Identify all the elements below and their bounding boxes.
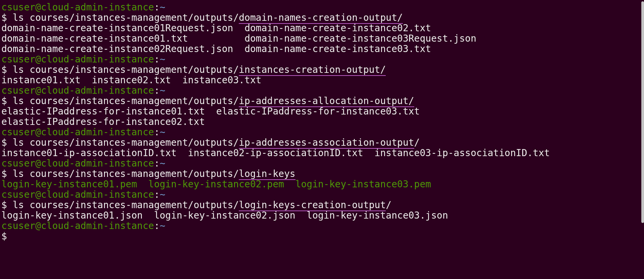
output-text: domain-name-create-instance02Request.jso… [1, 43, 245, 54]
prompt-user: csuser [1, 158, 35, 169]
prompt-host: cloud-admin-instance [41, 189, 154, 200]
prompt-line-empty: $ [0, 231, 644, 241]
prompt-at: @ [35, 2, 41, 13]
prompt-at: @ [35, 54, 41, 65]
output-line: domain-name-create-instance01Request.jso… [0, 23, 644, 33]
command-line: $ ls courses/instances-management/output… [0, 200, 644, 210]
prompt-at: @ [35, 189, 41, 200]
prompt-host: cloud-admin-instance [41, 85, 154, 96]
command-prefix: ls courses/instances-management/outputs/ [13, 95, 239, 106]
command-prefix: ls courses/instances-management/outputs/ [13, 12, 239, 23]
command-prefix: ls courses/instances-management/outputs/ [13, 64, 239, 75]
prompt-host: cloud-admin-instance [41, 54, 154, 65]
output-text: domain-name-create-instance01Request.jso… [1, 22, 245, 34]
command-argument: ip-addresses-allocation-output/ [239, 95, 414, 107]
terminal-content: csuser@cloud-admin-instance:~$ ls course… [0, 2, 644, 241]
output-line: domain-name-create-instance01.txt domain… [0, 33, 644, 44]
output-line: login-key-instance01.pem login-key-insta… [0, 179, 644, 189]
output-line: domain-name-create-instance02Request.jso… [0, 44, 644, 54]
output-text: login-key-instance01.pem login-key-insta… [1, 179, 431, 190]
prompt-host: cloud-admin-instance [41, 158, 154, 169]
prompt-colon: : [154, 220, 160, 231]
output-text: domain-name-create-instance01.txt [1, 33, 245, 44]
prompt-user: csuser [1, 2, 35, 13]
command-argument: instances-creation-output/ [239, 64, 386, 76]
prompt-at: @ [35, 85, 41, 96]
output-text: instance01.txt instance02.txt instance03… [1, 75, 261, 86]
prompt-dollar: $ [1, 95, 13, 106]
prompt-line: csuser@cloud-admin-instance:~ [0, 127, 644, 137]
output-text: elastic-IPaddress-for-instance02.txt [1, 116, 205, 127]
prompt-host: cloud-admin-instance [41, 220, 154, 231]
prompt-user: csuser [1, 189, 35, 200]
command-argument: login-keys-creation-output [239, 199, 386, 211]
output-line: elastic-IPaddress-for-instance01.txt ela… [0, 106, 644, 117]
output-line: instance01-ip-associationID.txt instance… [0, 148, 644, 158]
output-line: instance01.txt instance02.txt instance03… [0, 75, 644, 85]
command-prefix: ls courses/instances-management/outputs/ [13, 137, 239, 148]
prompt-line: csuser@cloud-admin-instance:~ [0, 85, 644, 96]
prompt-at: @ [35, 220, 41, 231]
prompt-user: csuser [1, 85, 35, 96]
output-text: domain-name-create-instance03Request.jso… [245, 33, 476, 44]
prompt-dollar: $ [1, 199, 13, 211]
prompt-dollar: $ [1, 64, 13, 75]
prompt-colon: : [154, 189, 160, 200]
prompt-colon: : [154, 85, 160, 96]
prompt-dollar: $ [1, 137, 13, 148]
command-line: $ ls courses/instances-management/output… [0, 64, 644, 75]
command-argument: domain-names-creation-output/ [239, 12, 403, 24]
prompt-path: ~ [160, 2, 165, 13]
prompt-colon: : [154, 158, 160, 169]
prompt-at: @ [35, 158, 41, 169]
prompt-line: csuser@cloud-admin-instance:~ [0, 221, 644, 231]
prompt-user: csuser [1, 220, 35, 231]
prompt-user: csuser [1, 54, 35, 65]
prompt-path: ~ [160, 189, 165, 200]
command-argument: login-keys [239, 168, 296, 180]
command-line: $ ls courses/instances-management/output… [0, 137, 644, 148]
output-text: domain-name-create-instance03.txt [245, 43, 431, 54]
terminal-window[interactable]: csuser@cloud-admin-instance:~$ ls course… [0, 0, 644, 279]
prompt-path: ~ [160, 54, 165, 65]
command-line: $ ls courses/instances-management/output… [0, 169, 644, 179]
command-trailing-slash: / [386, 199, 391, 211]
command-line: $ ls courses/instances-management/output… [0, 12, 644, 23]
prompt-dollar: $ [1, 231, 7, 242]
scrollbar[interactable] [641, 1, 644, 223]
command-argument: ip-addresses-association-output [239, 137, 414, 149]
output-text: domain-name-create-instance02.txt [245, 22, 431, 34]
prompt-path: ~ [160, 85, 165, 96]
prompt-path: ~ [160, 127, 165, 138]
output-text: login-key-instance01.json login-key-inst… [1, 210, 448, 221]
prompt-path: ~ [160, 220, 165, 231]
command-prefix: ls courses/instances-management/outputs/ [13, 199, 239, 211]
prompt-host: cloud-admin-instance [41, 127, 154, 138]
prompt-dollar: $ [1, 168, 13, 179]
prompt-path: ~ [160, 158, 165, 169]
output-line: elastic-IPaddress-for-instance02.txt [0, 117, 644, 127]
prompt-line: csuser@cloud-admin-instance:~ [0, 2, 644, 12]
prompt-user: csuser [1, 127, 35, 138]
command-prefix: ls courses/instances-management/outputs/ [13, 168, 239, 179]
command-line: $ ls courses/instances-management/output… [0, 96, 644, 106]
prompt-colon: : [154, 2, 160, 13]
prompt-colon: : [154, 54, 160, 65]
command-trailing-slash: / [414, 137, 420, 148]
prompt-dollar: $ [1, 12, 13, 23]
prompt-host: cloud-admin-instance [41, 2, 154, 13]
output-text: instance01-ip-associationID.txt instance… [1, 147, 550, 158]
prompt-line: csuser@cloud-admin-instance:~ [0, 158, 644, 169]
prompt-line: csuser@cloud-admin-instance:~ [0, 189, 644, 200]
output-text: elastic-IPaddress-for-instance01.txt ela… [1, 106, 420, 117]
prompt-at: @ [35, 127, 41, 138]
output-line: login-key-instance01.json login-key-inst… [0, 210, 644, 221]
prompt-colon: : [154, 127, 160, 138]
prompt-line: csuser@cloud-admin-instance:~ [0, 54, 644, 64]
